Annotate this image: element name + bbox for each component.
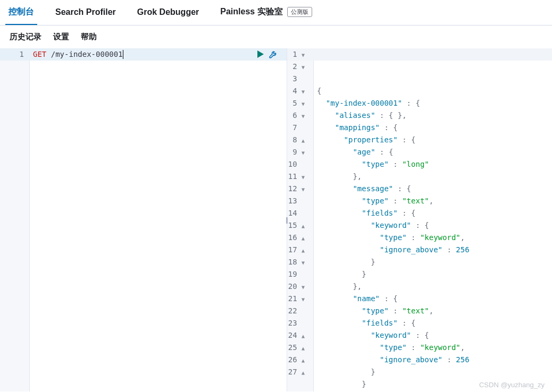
wrench-button[interactable]: [269, 49, 278, 59]
console-subnav: 历史记录 设置 帮助: [0, 25, 552, 48]
tab-console[interactable]: 控制台: [5, 0, 37, 25]
response-line[interactable]: "type" : "long": [314, 158, 552, 171]
line-number: 16 ▲: [287, 232, 306, 244]
line-number: 4 ▼: [287, 85, 306, 97]
tab-grok-debugger[interactable]: Grok Debugger: [134, 0, 202, 25]
fold-collapse-icon[interactable]: ▼: [300, 281, 306, 293]
response-line[interactable]: },: [314, 171, 552, 183]
response-line[interactable]: "aliases" : { },: [314, 109, 552, 122]
line-number: 23: [287, 317, 306, 329]
response-line[interactable]: "ignore_above" : 256: [314, 244, 552, 256]
fold-expand-icon[interactable]: ▲: [300, 342, 306, 354]
line-number: 26 ▲: [287, 354, 306, 366]
line-number: 8 ▲: [287, 134, 306, 146]
tab-label: Painless 实验室: [220, 6, 282, 18]
line-number: 27 ▲: [287, 366, 306, 378]
play-icon: [257, 50, 264, 58]
response-line[interactable]: "message" : {: [314, 183, 552, 195]
line-number: 7: [287, 122, 306, 134]
tab-search-profiler[interactable]: Search Profiler: [52, 0, 119, 25]
fold-expand-icon[interactable]: ▲: [300, 134, 306, 147]
fold-collapse-icon[interactable]: ▼: [300, 110, 306, 122]
line-number: 15 ▲: [287, 219, 306, 232]
subnav-history[interactable]: 历史记录: [10, 32, 41, 42]
request-gutter: 1: [0, 48, 30, 391]
http-path: /my-index-000001: [51, 50, 123, 58]
response-line[interactable]: }: [314, 268, 552, 280]
request-line[interactable]: GET /my-index-000001: [30, 48, 287, 61]
line-number: 19: [287, 268, 306, 280]
response-line[interactable]: "fields" : {: [314, 317, 552, 329]
subnav-settings[interactable]: 设置: [53, 32, 69, 42]
line-number: 10: [287, 158, 306, 171]
tab-label: Grok Debugger: [137, 7, 199, 17]
response-line[interactable]: "keyword" : {: [314, 329, 552, 342]
fold-collapse-icon[interactable]: ▼: [300, 61, 306, 73]
subnav-help[interactable]: 帮助: [81, 32, 97, 42]
fold-expand-icon[interactable]: ▲: [300, 354, 306, 367]
fold-expand-icon[interactable]: ▲: [300, 367, 306, 379]
fold-expand-icon[interactable]: ▲: [300, 330, 306, 342]
fold-collapse-icon[interactable]: ▼: [300, 49, 306, 61]
response-line[interactable]: "type" : "keyword",: [314, 232, 552, 244]
response-line[interactable]: {: [314, 85, 552, 97]
response-line[interactable]: "name" : {: [314, 293, 552, 305]
line-number: 20 ▼: [287, 280, 306, 293]
response-line[interactable]: }: [314, 256, 552, 268]
line-number: 21 ▼: [287, 293, 306, 305]
fold-collapse-icon[interactable]: ▼: [300, 171, 306, 183]
line-number: 1 ▼: [287, 48, 306, 61]
fold-expand-icon[interactable]: ▲: [300, 220, 306, 232]
line-number: 6 ▼: [287, 109, 306, 122]
line-number: 3: [287, 73, 306, 85]
tab-label: 控制台: [9, 6, 34, 18]
response-editor[interactable]: { "my-index-000001" : { "aliases" : { },…: [314, 48, 552, 391]
fold-collapse-icon[interactable]: ▼: [300, 147, 306, 159]
run-button[interactable]: [257, 50, 264, 58]
response-line[interactable]: "ignore_above" : 256: [314, 354, 552, 366]
line-number: 14: [287, 207, 306, 219]
line-number: 13: [287, 195, 306, 207]
line-number: 24 ▲: [287, 329, 306, 342]
response-line[interactable]: }: [314, 366, 552, 378]
fold-collapse-icon[interactable]: ▼: [300, 183, 306, 195]
text-cursor: [123, 50, 123, 59]
fold-collapse-icon[interactable]: ▼: [300, 86, 306, 98]
request-editor[interactable]: GET /my-index-000001: [30, 48, 287, 391]
response-line[interactable]: "properties" : {: [314, 134, 552, 146]
fold-collapse-icon[interactable]: ▼: [300, 257, 306, 269]
main-tabs: 控制台 Search Profiler Grok Debugger Painle…: [0, 0, 552, 25]
line-number: 25 ▲: [287, 342, 306, 354]
line-number: 17 ▲: [287, 244, 306, 256]
request-pane: 1 GET /my-index-000001: [0, 48, 287, 391]
line-number: 1: [0, 48, 24, 61]
response-pane: 1 ▼2 ▼3 4 ▼5 ▼6 ▼7 8 ▲9 ▼10 11 ▼12 ▼13 1…: [287, 48, 552, 391]
response-gutter: 1 ▼2 ▼3 4 ▼5 ▼6 ▼7 8 ▲9 ▼10 11 ▼12 ▼13 1…: [287, 48, 314, 391]
response-line[interactable]: "type" : "keyword",: [314, 342, 552, 354]
line-number: 2 ▼: [287, 61, 306, 73]
response-line[interactable]: "age" : {: [314, 146, 552, 158]
beta-badge: 公测版: [287, 7, 312, 17]
response-line[interactable]: "keyword" : {: [314, 219, 552, 232]
watermark: CSDN @yuzhang_zy: [479, 381, 545, 389]
pane-resize-handle[interactable]: ||: [286, 216, 287, 224]
line-number: 11 ▼: [287, 171, 306, 183]
fold-expand-icon[interactable]: ▲: [300, 244, 306, 257]
wrench-icon: [269, 49, 278, 59]
response-line[interactable]: "type" : "text",: [314, 305, 552, 317]
response-line[interactable]: "mappings" : {: [314, 122, 552, 134]
tab-painless-lab[interactable]: Painless 实验室 公测版: [217, 0, 315, 25]
fold-expand-icon[interactable]: ▲: [300, 232, 306, 244]
fold-collapse-icon[interactable]: ▼: [300, 293, 306, 305]
response-line[interactable]: },: [314, 280, 552, 293]
fold-collapse-icon[interactable]: ▼: [300, 98, 306, 110]
line-number: 18 ▼: [287, 256, 306, 268]
http-method: GET: [33, 50, 46, 58]
line-number: 12 ▼: [287, 183, 306, 195]
line-number: 22: [287, 305, 306, 317]
response-line[interactable]: "type" : "text",: [314, 195, 552, 207]
response-line[interactable]: "my-index-000001" : {: [314, 97, 552, 109]
line-number: 9 ▼: [287, 146, 306, 158]
line-number: 5 ▼: [287, 97, 306, 109]
response-line[interactable]: "fields" : {: [314, 207, 552, 219]
